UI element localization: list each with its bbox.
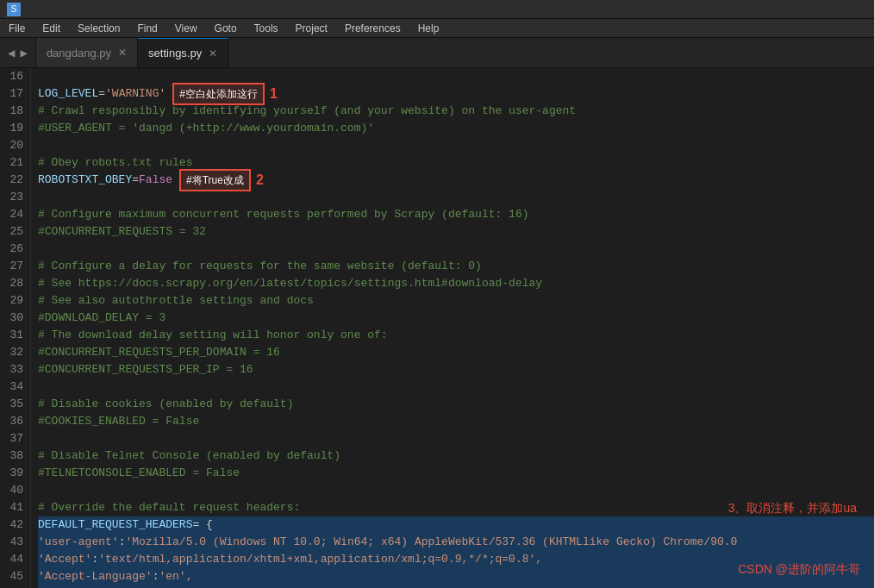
line-numbers: 1617181920212223242526272829303132333435…	[0, 68, 31, 588]
line-num-38: 38	[3, 447, 23, 465]
code-segment: ROBOTSTXT_OBEY	[38, 172, 132, 189]
code-segment: # Configure maximum concurrent requests …	[38, 206, 529, 223]
annotation-number: 1	[270, 85, 278, 103]
code-line-40	[38, 482, 874, 499]
tab-dangdang[interactable]: dangdang.py ✕	[36, 38, 138, 67]
code-segment: # Configure a delay for requests for the…	[38, 258, 482, 275]
code-segment: # See https://docs.scrapy.org/en/latest/…	[38, 275, 542, 292]
code-segment: = {	[192, 516, 212, 534]
code-segment: #CONCURRENT_REQUESTS_PER_IP = 16	[38, 361, 253, 378]
code-line-36: #COOKIES_ENABLED = False	[38, 413, 874, 430]
code-line-42: DEFAULT_REQUEST_HEADERS = {	[38, 516, 874, 534]
nav-arrows[interactable]: ◀ ▶	[0, 38, 36, 67]
code-segment: # Disable Telnet Console (enabled by def…	[38, 447, 340, 465]
menu-item-project[interactable]: Project	[287, 21, 336, 36]
code-segment: 'WARNING'	[105, 85, 165, 103]
code-line-23	[38, 189, 874, 206]
code-line-34	[38, 378, 874, 396]
code-segment: # Override the default request headers:	[38, 499, 300, 516]
code-segment: 'user-agent'	[38, 534, 119, 551]
code-segment: # Crawl responsibly by identifying yours…	[38, 103, 576, 120]
code-line-31: # The download delay setting will honor …	[38, 327, 874, 344]
line-num-44: 44	[3, 551, 23, 568]
tab-bar: ◀ ▶ dangdang.py ✕ settings.py ✕	[0, 38, 874, 68]
line-num-33: 33	[3, 361, 23, 378]
line-num-42: 42	[3, 516, 23, 534]
nav-left-icon[interactable]: ◀	[5, 46, 17, 60]
code-area[interactable]: LOG_LEVEL = 'WARNING' #空白处添加这行1 # Crawl …	[31, 68, 874, 588]
nav-right-icon[interactable]: ▶	[17, 46, 29, 60]
line-num-37: 37	[3, 430, 23, 447]
line-num-25: 25	[3, 223, 23, 241]
editor: 1617181920212223242526272829303132333435…	[0, 68, 874, 588]
code-line-35: # Disable cookies (enabled by default)	[38, 396, 874, 413]
code-line-16	[38, 68, 874, 85]
line-num-22: 22	[3, 172, 23, 189]
code-segment: #CONCURRENT_REQUESTS_PER_DOMAIN = 16	[38, 344, 280, 361]
code-segment: #USER_AGENT = 'dangd (+http://www.yourdo…	[38, 120, 374, 137]
code-line-30: #DOWNLOAD_DELAY = 3	[38, 310, 874, 327]
line-num-21: 21	[3, 154, 23, 172]
code-line-39: #TELNETCONSOLE_ENABLED = False	[38, 465, 874, 482]
line-num-41: 41	[3, 499, 23, 516]
menu-item-file[interactable]: File	[0, 21, 34, 36]
menu-item-edit[interactable]: Edit	[34, 21, 69, 36]
code-line-33: #CONCURRENT_REQUESTS_PER_IP = 16	[38, 361, 874, 378]
line-num-43: 43	[3, 534, 23, 551]
menu-item-tools[interactable]: Tools	[246, 21, 287, 36]
tab-settings-label: settings.py	[148, 47, 202, 59]
line-num-23: 23	[3, 189, 23, 206]
code-segment: :	[119, 534, 126, 551]
annotation-3: 3、取消注释，并添加ua	[728, 499, 857, 516]
code-segment: :	[91, 551, 98, 568]
menu-item-help[interactable]: Help	[409, 21, 448, 36]
tab-settings-close[interactable]: ✕	[209, 47, 217, 59]
title-bar: S	[0, 0, 874, 19]
line-num-40: 40	[3, 482, 23, 499]
line-num-36: 36	[3, 413, 23, 430]
line-num-17: 17	[3, 85, 23, 103]
code-segment: False	[139, 172, 172, 189]
code-segment: #TELNETCONSOLE_ENABLED = False	[38, 465, 240, 482]
code-segment: #CONCURRENT_REQUESTS = 32	[38, 223, 206, 241]
annotation-number: 2	[256, 172, 264, 189]
code-line-38: # Disable Telnet Console (enabled by def…	[38, 447, 874, 465]
menu-item-selection[interactable]: Selection	[69, 21, 128, 36]
line-num-18: 18	[3, 103, 23, 120]
code-line-18: # Crawl responsibly by identifying yours…	[38, 103, 874, 120]
code-segment: 'text/html,application/xhtml+xml,applica…	[98, 551, 542, 568]
code-line-22: ROBOTSTXT_OBEY = False #将True改成2	[38, 172, 874, 189]
tab-dangdang-close[interactable]: ✕	[118, 47, 127, 59]
code-line-32: #CONCURRENT_REQUESTS_PER_DOMAIN = 16	[38, 344, 874, 361]
tab-settings[interactable]: settings.py ✕	[138, 38, 228, 67]
line-num-30: 30	[3, 310, 23, 327]
code-line-24: # Configure maximum concurrent requests …	[38, 206, 874, 223]
code-segment: DEFAULT_REQUEST_HEADERS	[38, 516, 192, 534]
line-num-24: 24	[3, 206, 23, 223]
code-segment: # Disable cookies (enabled by default)	[38, 396, 293, 413]
code-segment: #DOWNLOAD_DELAY = 3	[38, 310, 165, 327]
line-num-20: 20	[3, 137, 23, 154]
code-line-41: # Override the default request headers:3…	[38, 499, 874, 516]
menu-item-goto[interactable]: Goto	[206, 21, 246, 36]
menu-item-preferences[interactable]: Preferences	[336, 21, 409, 36]
code-line-27: # Configure a delay for requests for the…	[38, 258, 874, 275]
line-num-45: 45	[3, 568, 23, 585]
menu-bar: FileEditSelectionFindViewGotoToolsProjec…	[0, 19, 874, 38]
line-num-31: 31	[3, 327, 23, 344]
code-segment: like Gecko) Chrome/90.0	[583, 534, 737, 551]
code-segment: # Obey robots.txt rules	[38, 154, 192, 172]
menu-item-find[interactable]: Find	[128, 21, 165, 36]
code-segment: =	[132, 172, 139, 189]
app-icon: S	[7, 3, 21, 16]
code-line-37	[38, 430, 874, 447]
code-segment: 'Accept'	[38, 551, 91, 568]
code-line-25: #CONCURRENT_REQUESTS = 32	[38, 223, 874, 241]
line-num-35: 35	[3, 396, 23, 413]
code-line-21: # Obey robots.txt rules	[38, 154, 874, 172]
code-line-20	[38, 137, 874, 154]
csdn-watermark: CSDN @进阶的阿牛哥	[738, 562, 860, 578]
menu-item-view[interactable]: View	[166, 21, 206, 36]
code-segment: # See also autothrottle settings and doc…	[38, 292, 314, 310]
code-segment: LOG_LEVEL	[38, 85, 98, 103]
